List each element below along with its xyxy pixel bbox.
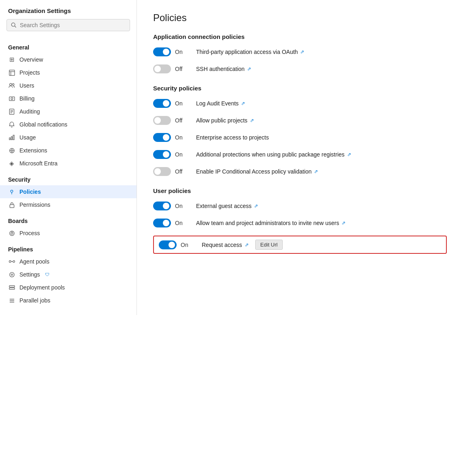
sidebar-item-permissions[interactable]: Permissions: [0, 198, 137, 211]
parallel-jobs-icon: [8, 297, 15, 304]
sidebar-item-settings[interactable]: Settings 🛡: [0, 268, 137, 281]
toggle-wrapper-invite-users: On: [153, 219, 190, 227]
policy-text-additional-protections: Additional protections when using public…: [196, 151, 351, 158]
search-input[interactable]: [20, 22, 126, 28]
svg-point-8: [11, 98, 13, 100]
policy-text-ssh: SSH authentication ⇗: [196, 66, 251, 72]
svg-point-6: [12, 84, 14, 85]
overview-icon: ⊞: [8, 56, 15, 63]
billing-icon: [8, 95, 15, 102]
link-icon-invite-users[interactable]: ⇗: [341, 220, 346, 226]
toggle-wrapper-additional-protections: On: [153, 150, 190, 159]
policy-text-enterprise-access: Enterprise access to projects: [196, 134, 269, 141]
link-icon-log-audit[interactable]: ⇗: [241, 101, 245, 106]
link-icon-oauth[interactable]: ⇗: [300, 49, 304, 55]
svg-point-26: [11, 232, 13, 234]
toggle-log-audit[interactable]: [153, 99, 171, 108]
toggle-wrapper-ssh: Off: [153, 64, 190, 73]
toggle-enterprise-access[interactable]: [153, 133, 171, 142]
usage-icon: [8, 134, 15, 141]
toggle-wrapper-oauth: On: [153, 47, 190, 56]
auditing-icon: [8, 108, 15, 115]
section-header-general: General: [0, 40, 137, 53]
svg-rect-14: [11, 137, 12, 140]
sidebar-item-label: Extensions: [19, 147, 47, 154]
toggle-wrapper-log-audit: On: [153, 99, 190, 108]
section-header-pipelines: Pipelines: [0, 242, 137, 255]
svg-rect-7: [9, 96, 14, 100]
search-icon: [11, 22, 17, 28]
sidebar-item-auditing[interactable]: Auditing: [0, 105, 137, 118]
section-title-security: Security policies: [153, 85, 447, 92]
svg-rect-24: [10, 204, 14, 208]
sidebar-item-extensions[interactable]: Extensions: [0, 144, 137, 157]
link-icon-additional-protections[interactable]: ⇗: [347, 152, 351, 157]
sidebar-item-usage[interactable]: Usage: [0, 131, 137, 144]
toggle-ssh[interactable]: [153, 64, 171, 73]
sidebar-item-label: Auditing: [19, 108, 40, 115]
section-user-policies: User policies On External guest access ⇗…: [153, 187, 447, 254]
sidebar-item-label: Deployment pools: [19, 284, 65, 291]
sidebar-item-global-notifications[interactable]: Global notifications: [0, 118, 137, 131]
toggle-oauth[interactable]: [153, 47, 171, 56]
policy-text-invite-users: Allow team and project administrators to…: [196, 220, 346, 226]
sidebar-item-policies[interactable]: Policies: [0, 185, 137, 198]
deployment-pools-icon: [8, 284, 15, 291]
policy-row-ssh: Off SSH authentication ⇗: [153, 64, 447, 73]
toggle-invite-users[interactable]: [153, 219, 171, 227]
policy-row-request-access: On Request access ⇗ Edit Url: [153, 236, 447, 254]
policy-row-invite-users: On Allow team and project administrators…: [153, 219, 447, 227]
toggle-label-invite-users: On: [175, 220, 186, 226]
svg-point-22: [11, 190, 13, 192]
agent-pools-icon: [8, 258, 15, 265]
sidebar-item-deployment-pools[interactable]: Deployment pools: [0, 281, 137, 294]
toggle-public-projects[interactable]: [153, 116, 171, 125]
toggle-label-public-projects: Off: [175, 117, 186, 124]
svg-point-28: [9, 261, 11, 263]
sidebar-item-overview[interactable]: ⊞ Overview: [0, 53, 137, 66]
search-box[interactable]: [6, 19, 130, 31]
section-header-security: Security: [0, 172, 137, 185]
sidebar-item-microsoft-entra[interactable]: ◈ Microsoft Entra: [0, 157, 137, 170]
svg-point-32: [11, 274, 13, 275]
edit-url-button[interactable]: Edit Url: [255, 240, 283, 250]
toggle-ip-conditional[interactable]: [153, 167, 171, 176]
page-title: Policies: [153, 12, 447, 24]
projects-icon: [8, 69, 15, 76]
sidebar-item-parallel-jobs[interactable]: Parallel jobs: [0, 294, 137, 307]
toggle-additional-protections[interactable]: [153, 150, 171, 159]
toggle-label-ip-conditional: Off: [175, 168, 186, 175]
toggle-wrapper-enterprise-access: On: [153, 133, 190, 142]
link-icon-external-guest[interactable]: ⇗: [254, 203, 258, 209]
toggle-label-request-access: On: [181, 242, 192, 248]
settings-icon: [8, 271, 15, 278]
sidebar-item-label: Process: [19, 230, 40, 236]
sidebar-item-projects[interactable]: Projects: [0, 66, 137, 79]
toggle-label-external-guest: On: [175, 203, 186, 209]
toggle-request-access[interactable]: [159, 240, 177, 249]
sidebar-item-process[interactable]: Process: [0, 227, 137, 240]
policy-row-additional-protections: On Additional protections when using pub…: [153, 150, 447, 159]
link-icon-ip-conditional[interactable]: ⇗: [314, 169, 318, 174]
extensions-icon: [8, 147, 15, 154]
sidebar-item-label: Parallel jobs: [19, 297, 50, 304]
link-icon-ssh[interactable]: ⇗: [247, 66, 251, 72]
link-icon-request-access[interactable]: ⇗: [245, 242, 249, 248]
section-security-policies: Security policies On Log Audit Events ⇗ …: [153, 85, 447, 176]
link-icon-public-projects[interactable]: ⇗: [250, 118, 254, 123]
sidebar-item-billing[interactable]: Billing: [0, 92, 137, 105]
toggle-wrapper-ip-conditional: Off: [153, 167, 190, 176]
sidebar-item-label: Projects: [19, 69, 40, 76]
toggle-label-oauth: On: [175, 49, 186, 55]
policy-row-log-audit: On Log Audit Events ⇗: [153, 99, 447, 108]
svg-point-17: [11, 150, 13, 151]
sidebar-item-label: Microsoft Entra: [19, 160, 58, 167]
sidebar-item-label: Overview: [19, 56, 43, 63]
toggle-wrapper-request-access: On: [159, 240, 195, 249]
svg-point-29: [13, 261, 15, 263]
policy-text-public-projects: Allow public projects ⇗: [196, 117, 254, 124]
sidebar-item-users[interactable]: Users: [0, 79, 137, 92]
policy-row-external-guest: On External guest access ⇗: [153, 202, 447, 210]
toggle-external-guest[interactable]: [153, 202, 171, 210]
sidebar-item-agent-pools[interactable]: Agent pools: [0, 255, 137, 268]
